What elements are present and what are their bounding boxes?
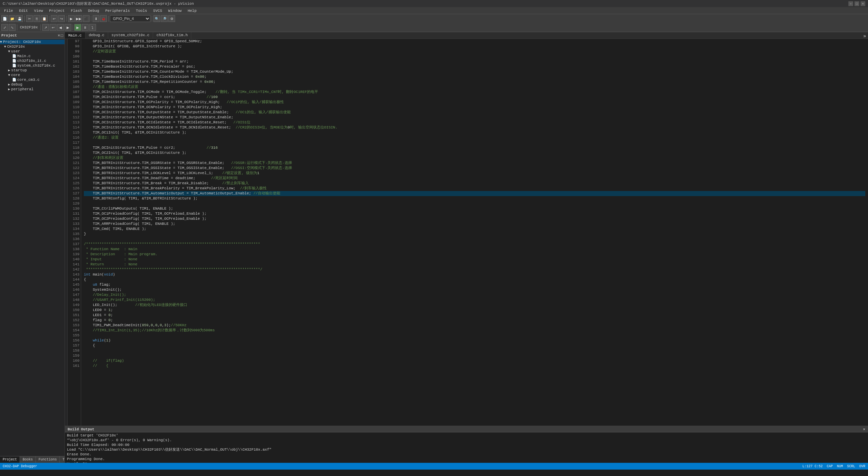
code-line-144: { (84, 277, 865, 282)
build-output-content: Build target 'CH32F10x'*\obj\CH32F10x.ax… (65, 432, 868, 463)
code-line-122: TIM_BDTRInitStructure.TIM_OSSIState = TI… (84, 166, 865, 171)
build-output-close-btn[interactable]: × (863, 427, 865, 432)
copy-btn[interactable]: ⎘ (33, 15, 40, 22)
zoom-out-btn[interactable]: 🔎 (161, 15, 168, 22)
code-line-133: TIM_ARRPreloadConfig( TIM1, ENABLE ); (84, 221, 865, 227)
editor-tab-mainc[interactable]: Main.c (65, 32, 86, 39)
build-line: Build target 'CH32F10x' (67, 433, 866, 438)
window-controls: − □ × (848, 1, 865, 6)
menu-item-window[interactable]: Window (166, 8, 185, 14)
row2-btn2[interactable]: ⤡ (9, 24, 16, 31)
tree-item-5[interactable]: 📄system_ch32f10x.c (0, 63, 65, 68)
download-btn[interactable]: ⬇ (93, 15, 99, 22)
row2-btn5[interactable]: ◀ (57, 24, 64, 31)
left-tab-books[interactable]: Books (20, 456, 36, 463)
minimize-button[interactable]: − (848, 1, 853, 6)
debug-btn[interactable]: 🐞 (100, 15, 107, 22)
code-line-150: LED0 = 1; (84, 308, 865, 313)
close-button[interactable]: × (861, 1, 865, 6)
undo-btn[interactable]: ↩ (51, 15, 57, 22)
code-line-97: GPIO_InitStructure.GPIO_Speed = GPIO_Spe… (84, 39, 865, 44)
editor-tab-system_ch32f10xc[interactable]: system_ch32f10x.c (108, 32, 153, 39)
code-line-120: //刹车和死区设置 (84, 156, 865, 161)
build-btn[interactable]: ▶ (68, 15, 75, 22)
run-btn[interactable]: ▶ (74, 24, 81, 31)
menu-item-peripherals[interactable]: Peripherals (102, 8, 132, 14)
code-line-154: //TIM3_Int_Init(1,35);//10Khz的计数频率，计数到50… (84, 328, 865, 333)
code-line-159 (84, 353, 865, 358)
code-line-158 (84, 348, 865, 353)
step-over-btn[interactable]: ⤵ (89, 24, 96, 31)
status-caps: CAP (827, 465, 833, 468)
menu-item-tools[interactable]: Tools (133, 8, 150, 14)
code-line-129 (84, 201, 865, 206)
code-line-132: TIM_OC2PreloadConfig( TIM1, TIM_OCPreloa… (84, 216, 865, 221)
menu-item-flash[interactable]: Flash (68, 8, 85, 14)
menu-item-help[interactable]: Help (185, 8, 199, 14)
menu-item-debug[interactable]: Debug (85, 8, 102, 14)
code-line-153: TIM1_PWM_DeadtimeInit(859,0,0,0,3);//50K… (84, 323, 865, 328)
tree-item-3[interactable]: 📄Main.c (0, 54, 65, 58)
status-ovr: OVR (859, 465, 865, 468)
menu-item-file[interactable]: File (1, 8, 16, 14)
row2-btn6[interactable]: ▶ (65, 24, 71, 31)
code-line-130: TIM_Ctrl1PWMOutputs( TIM1, ENABLE ); (84, 206, 865, 211)
build-all-btn[interactable]: ▶▶ (75, 15, 82, 22)
tree-item-8[interactable]: 📄core_cm3.c (0, 77, 65, 82)
tree-item-4[interactable]: 📄ch32f10x_it.c (0, 58, 65, 63)
zoom-in-btn[interactable]: 🔍 (153, 15, 160, 22)
sep6 (152, 16, 152, 22)
tree-label-2: user (11, 49, 20, 53)
code-editor[interactable]: GPIO_InitStructure.GPIO_Speed = GPIO_Spe… (81, 39, 868, 426)
menu-item-svcs[interactable]: SVCS (150, 8, 165, 14)
pin-dropdown[interactable]: GPIO_Pin_4 (110, 15, 150, 22)
settings-btn[interactable]: ⚙ (168, 15, 175, 22)
tab-scroll-button[interactable]: » (861, 33, 868, 39)
save-btn[interactable]: 💾 (16, 15, 23, 22)
project-close-btn[interactable]: × (58, 33, 60, 38)
tree-item-10[interactable]: ▶peripheral (0, 87, 65, 92)
left-tab-functions[interactable]: Functions (36, 456, 60, 463)
row2-btn4[interactable]: ↩ (50, 24, 56, 31)
menu-item-project[interactable]: Project (46, 8, 67, 14)
right-panel: Main.cdebug.csystem_ch32f10x.cch32f10x_t… (65, 32, 868, 463)
tree-icon-6: ▶ (8, 68, 10, 72)
left-tab-templates[interactable]: Templates (60, 456, 65, 463)
row2-btn1[interactable]: ⤢ (1, 24, 8, 31)
build-output-panel: Build Output × Build target 'CH32F10x'*\… (65, 426, 868, 463)
tree-item-1[interactable]: ▼CH32F10x (0, 44, 65, 49)
tree-item-0[interactable]: ▼Project: CH32F10x (0, 40, 65, 44)
menu-item-edit[interactable]: Edit (16, 8, 30, 14)
tree-item-6[interactable]: ▶startup (0, 68, 65, 73)
maximize-button[interactable]: □ (854, 1, 859, 6)
status-bar: CH32-DAP Debugger L:127 C:52 CAP NUM SCR… (0, 463, 868, 470)
code-line-157: { (84, 343, 865, 348)
new-btn[interactable]: 📄 (1, 15, 8, 22)
code-line-101: TIM_TimeBaseInitStructure.TIM_Period = a… (84, 59, 865, 64)
editor-tab-ch32f10x_timh[interactable]: ch32f10x_tim.h (153, 32, 191, 39)
open-btn[interactable]: 📁 (9, 15, 16, 22)
code-line-160: // if(flag) (84, 358, 865, 363)
menu-item-view[interactable]: View (31, 8, 46, 14)
tree-label-8: core_cm3.c (17, 78, 40, 82)
cut-btn[interactable]: ✂ (26, 15, 33, 22)
stop-btn[interactable]: ⬛ (83, 15, 90, 22)
paste-btn[interactable]: 📋 (41, 15, 48, 22)
tree-item-7[interactable]: ▼core (0, 73, 65, 77)
code-line-136 (84, 237, 865, 242)
row2-btn3[interactable]: ↗ (42, 24, 49, 31)
left-tab-project[interactable]: Project (0, 456, 20, 463)
redo-btn[interactable]: ↪ (58, 15, 65, 22)
status-debugger: CH32-DAP Debugger (3, 465, 37, 468)
code-line-121: TIM_BDTRInitStructure.TIM_OSSRState = TI… (84, 161, 865, 166)
code-line-138: * Function Name : main (84, 247, 865, 252)
code-line-110: TIM_OCInitStructure.TIM_OCNPolarity = TI… (84, 105, 865, 110)
pause-btn[interactable]: ⏸ (82, 24, 89, 31)
editor-tab-debugc[interactable]: debug.c (86, 32, 108, 39)
title-bar: C:\Users\lalhan\Desktop\CH32F103\信好发送\DA… (0, 0, 868, 7)
tree-item-9[interactable]: ▶debug (0, 82, 65, 87)
code-line-100 (84, 54, 865, 59)
editor-tabs: Main.cdebug.csystem_ch32f10x.cch32f10x_t… (65, 32, 868, 39)
tree-item-2[interactable]: ▼user (0, 49, 65, 54)
project-collapse-btn[interactable]: □ (61, 33, 63, 38)
